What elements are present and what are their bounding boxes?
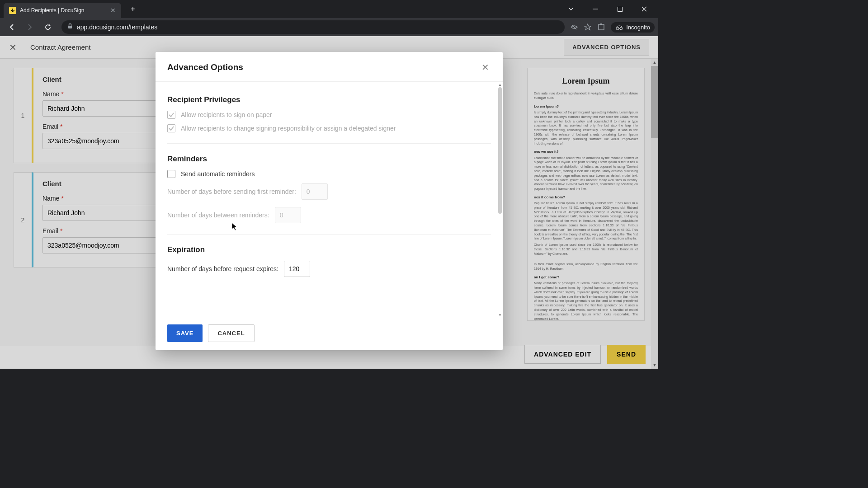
svg-rect-4 [600,23,602,25]
expiration-heading: Expiration [167,245,491,254]
new-tab-button[interactable]: + [127,3,139,15]
reminders-heading: Reminders [167,155,491,164]
auto-reminders-label: Send automatic reminders [181,170,255,178]
first-reminder-row: Number of days before sending first remi… [167,183,491,200]
address-bar-row: app.docusign.com/templates Incognito [0,18,658,36]
extensions-icon[interactable] [597,23,605,31]
tab-title: Add Recipients | DocuSign [20,7,107,14]
lock-icon [67,23,73,31]
expires-input[interactable] [284,261,310,277]
first-reminder-label: Number of days before sending first remi… [167,188,296,195]
tabs-dropdown-icon[interactable] [561,2,581,16]
url-text: app.docusign.com/templates [77,23,157,31]
sign-on-paper-checkbox[interactable] [167,111,175,119]
modal-close-icon[interactable]: ✕ [480,60,491,75]
modal-scroll-thumb[interactable] [498,87,502,214]
auto-reminders-checkbox[interactable] [167,170,175,178]
section-divider [167,234,491,235]
favicon-icon [9,7,16,14]
maximize-icon[interactable] [609,2,630,16]
first-reminder-input[interactable] [302,183,328,200]
cancel-button[interactable]: CANCEL [208,324,254,342]
svg-point-6 [620,27,623,30]
bookmark-star-icon[interactable] [584,23,592,31]
incognito-badge[interactable]: Incognito [611,22,655,33]
between-reminders-row: Number of days between reminders: [167,207,491,223]
svg-rect-2 [68,26,72,28]
modal-body: Recipient Privileges Allow recipients to… [156,82,503,318]
window-controls [561,2,655,16]
sign-on-paper-label: Allow recipients to sign on paper [181,111,272,118]
eye-off-icon[interactable] [570,23,578,31]
reload-icon[interactable] [40,19,56,35]
tab-close-icon[interactable]: ✕ [110,7,116,14]
incognito-icon [615,24,623,30]
address-bar[interactable]: app.docusign.com/templates [61,20,565,34]
sign-on-paper-row: Allow recipients to sign on paper [167,111,491,119]
modal-backdrop[interactable]: Advanced Options ✕ Recipient Privileges … [0,36,658,369]
change-signing-label: Allow recipients to change signing respo… [181,125,396,132]
modal-scrollbar[interactable]: ▲ ▼ [497,82,503,318]
modal-footer: SAVE CANCEL [156,318,503,350]
expires-label: Number of days before request expires: [167,265,278,272]
nav-forward-icon[interactable] [22,19,38,35]
modal-title: Advanced Options [167,62,480,72]
modal-header: Advanced Options ✕ [156,52,503,81]
window-close-icon[interactable] [634,2,655,16]
save-button[interactable]: SAVE [167,324,203,342]
between-reminders-input[interactable] [275,207,301,223]
expires-row: Number of days before request expires: [167,261,491,277]
svg-rect-3 [599,24,604,30]
advanced-options-modal: Advanced Options ✕ Recipient Privileges … [156,52,503,350]
browser-tab[interactable]: Add Recipients | DocuSign ✕ [4,3,121,18]
modal-scroll-down-icon[interactable]: ▼ [497,312,503,318]
auto-reminders-row: Send automatic reminders [167,170,491,178]
address-bar-actions: Incognito [570,22,655,33]
nav-back-icon[interactable] [4,19,20,35]
change-signing-row: Allow recipients to change signing respo… [167,124,491,132]
section-divider [167,143,491,144]
change-signing-checkbox[interactable] [167,124,175,132]
minimize-icon[interactable] [585,2,606,16]
recipient-privileges-heading: Recipient Privileges [167,95,491,104]
incognito-label: Incognito [626,24,650,31]
browser-tab-strip: Add Recipients | DocuSign ✕ + [0,0,658,18]
modal-scroll-up-icon[interactable]: ▲ [497,82,503,87]
svg-point-5 [616,27,619,30]
svg-rect-1 [618,7,622,11]
between-reminders-label: Number of days between reminders: [167,211,269,219]
